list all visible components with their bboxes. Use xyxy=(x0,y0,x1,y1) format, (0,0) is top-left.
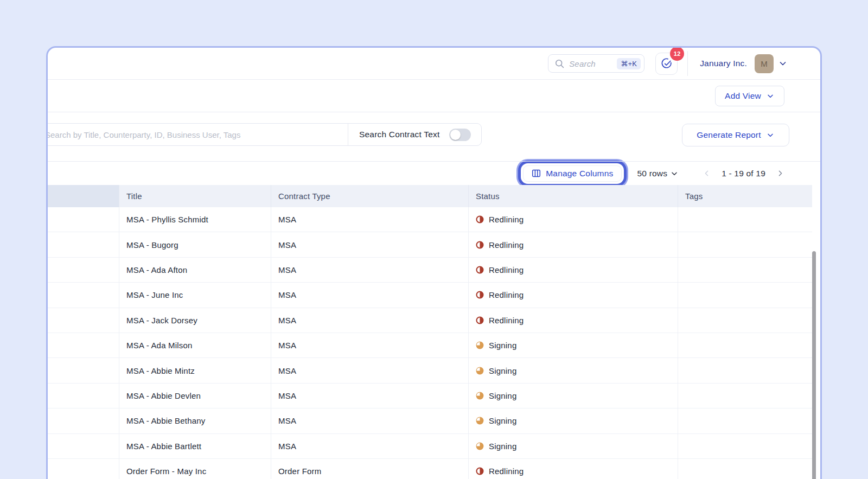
table-header-row: Title Contract Type Status Tags xyxy=(48,185,812,207)
tasks-button[interactable]: 12 xyxy=(655,53,678,75)
table-row[interactable]: MSA - Abbie BartlettMSASigning xyxy=(48,434,812,459)
row-select-cell[interactable] xyxy=(48,207,119,232)
cell-status: Signing xyxy=(469,384,678,408)
cell-status: Redlining xyxy=(469,308,678,333)
rows-per-page-select[interactable]: 50 rows xyxy=(637,169,679,178)
search-contract-text-toggle[interactable] xyxy=(449,129,471,141)
cell-title[interactable]: MSA - Abbie Mintz xyxy=(119,358,271,382)
cell-tags xyxy=(678,308,812,333)
cell-contract-type: MSA xyxy=(271,384,469,408)
table-row[interactable]: MSA - Ada AftonMSARedlining xyxy=(48,258,812,283)
cell-title[interactable]: MSA - Abbie Devlen xyxy=(119,384,271,408)
search-icon xyxy=(555,59,564,68)
top-nav-bar: Search ⌘+K 12 January Inc. M xyxy=(48,48,820,80)
global-search-placeholder: Search xyxy=(569,59,612,68)
status-label: Signing xyxy=(489,442,516,451)
add-view-button[interactable]: Add View xyxy=(715,86,784,106)
row-select-cell[interactable] xyxy=(48,333,119,357)
cell-title[interactable]: MSA - Ada Milson xyxy=(119,333,271,357)
table-row[interactable]: Order Form - May IncOrder FormRedlining xyxy=(48,459,812,479)
table-toolbar: Manage Columns 50 rows 1 - 19 of 19 xyxy=(48,162,820,185)
cell-status: Redlining xyxy=(469,283,678,307)
previous-page-button[interactable] xyxy=(703,169,711,177)
row-select-cell[interactable] xyxy=(48,434,119,458)
status-half-circle-icon xyxy=(476,215,484,223)
status-three-quarter-pie-icon xyxy=(476,367,484,375)
cell-tags xyxy=(678,408,812,433)
cell-contract-type: MSA xyxy=(271,258,469,282)
table-row[interactable]: MSA - Jack DorseyMSARedlining xyxy=(48,308,812,333)
vertical-scrollbar-thumb[interactable] xyxy=(812,251,816,479)
status-half-circle-icon xyxy=(476,316,484,324)
topbar-divider xyxy=(687,51,688,76)
status-label: Redlining xyxy=(489,240,524,250)
rows-per-page-value: 50 rows xyxy=(637,169,667,178)
table-row[interactable]: MSA - Abbie DevlenMSASigning xyxy=(48,384,812,408)
contract-search-input[interactable] xyxy=(46,124,348,145)
cell-title[interactable]: MSA - Ada Afton xyxy=(119,258,271,282)
cell-tags xyxy=(678,207,812,232)
search-contract-text-label: Search Contract Text xyxy=(359,130,439,139)
status-label: Redlining xyxy=(489,215,524,224)
views-bar: Add View xyxy=(48,80,820,112)
avatar[interactable]: M xyxy=(755,54,774,73)
table-row[interactable]: MSA - Abbie MintzMSASigning xyxy=(48,358,812,383)
cell-contract-type: MSA xyxy=(271,232,469,257)
cell-tags xyxy=(678,459,812,479)
row-select-cell[interactable] xyxy=(48,408,119,433)
cell-status: Signing xyxy=(469,408,678,433)
manage-columns-button[interactable]: Manage Columns xyxy=(523,165,622,182)
cell-tags xyxy=(678,258,812,282)
cell-title[interactable]: MSA - Abbie Bartlett xyxy=(119,434,271,458)
cell-contract-type: MSA xyxy=(271,283,469,307)
toggle-knob xyxy=(450,130,461,140)
table-row[interactable]: MSA - June IncMSARedlining xyxy=(48,283,812,308)
row-select-cell[interactable] xyxy=(48,258,119,282)
next-page-button[interactable] xyxy=(776,169,784,177)
cell-title[interactable]: MSA - Abbie Bethany xyxy=(119,408,271,433)
pagination: 1 - 19 of 19 xyxy=(703,169,784,178)
circle-check-icon xyxy=(661,58,673,69)
status-half-circle-icon xyxy=(476,467,484,475)
column-header-title[interactable]: Title xyxy=(119,185,271,207)
column-header-status[interactable]: Status xyxy=(469,185,678,207)
generate-report-button[interactable]: Generate Report xyxy=(682,124,789,146)
status-label: Redlining xyxy=(489,265,524,274)
cell-contract-type: MSA xyxy=(271,434,469,458)
table-row[interactable]: MSA - Phyllis SchmidtMSARedlining xyxy=(48,207,812,232)
column-header-select[interactable] xyxy=(48,185,119,207)
cell-status: Redlining xyxy=(469,207,678,232)
command-key-badge: ⌘+K xyxy=(617,58,641,69)
status-label: Signing xyxy=(489,341,516,350)
cell-title[interactable]: MSA - Phyllis Schmidt xyxy=(119,207,271,232)
row-select-cell[interactable] xyxy=(48,308,119,333)
account-menu-button[interactable] xyxy=(778,59,788,68)
row-select-cell[interactable] xyxy=(48,283,119,307)
cell-title[interactable]: Order Form - May Inc xyxy=(119,459,271,479)
column-header-tags[interactable]: Tags xyxy=(678,185,812,207)
cell-status: Signing xyxy=(469,434,678,458)
row-select-cell[interactable] xyxy=(48,232,119,257)
global-search-input[interactable]: Search ⌘+K xyxy=(548,54,644,73)
chevron-down-icon xyxy=(766,131,775,139)
generate-report-label: Generate Report xyxy=(697,130,761,140)
table-body: MSA - Phyllis SchmidtMSARedliningMSA - B… xyxy=(48,207,812,479)
cell-title[interactable]: MSA - Jack Dorsey xyxy=(119,308,271,333)
cell-title[interactable]: MSA - June Inc xyxy=(119,283,271,307)
columns-icon xyxy=(532,169,541,178)
table-row[interactable]: MSA - Abbie BethanyMSASigning xyxy=(48,408,812,433)
org-name: January Inc. xyxy=(700,59,747,68)
table-row[interactable]: MSA - BugorgMSARedlining xyxy=(48,232,812,257)
table-row[interactable]: MSA - Ada MilsonMSASigning xyxy=(48,333,812,358)
status-half-circle-icon xyxy=(476,266,484,274)
notification-badge: 12 xyxy=(670,47,684,61)
row-select-cell[interactable] xyxy=(48,384,119,408)
cell-title[interactable]: MSA - Bugorg xyxy=(119,232,271,257)
contracts-table: Title Contract Type Status Tags MSA - Ph… xyxy=(48,185,812,479)
chevron-left-icon xyxy=(703,169,711,177)
column-header-contract-type[interactable]: Contract Type xyxy=(271,185,469,207)
cell-status: Signing xyxy=(469,333,678,357)
row-select-cell[interactable] xyxy=(48,358,119,382)
row-select-cell[interactable] xyxy=(48,459,119,479)
cell-status: Redlining xyxy=(469,258,678,282)
